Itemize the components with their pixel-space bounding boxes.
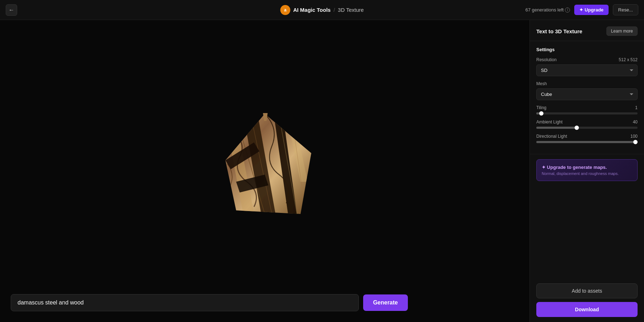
3d-object-svg <box>208 110 322 232</box>
learn-more-button[interactable]: Learn more <box>606 26 638 36</box>
panel-actions: Add to assets Download <box>530 278 644 322</box>
ambient-label-row: Ambient Light 40 <box>536 119 638 125</box>
page-name: 3D Texture <box>338 7 364 13</box>
ambient-slider[interactable] <box>536 127 638 129</box>
3d-object-viewport[interactable] <box>208 110 322 232</box>
resolution-row: Resolution 512 x 512 SD <box>536 57 638 76</box>
mesh-label-row: Mesh <box>536 81 638 86</box>
back-button[interactable]: ← <box>6 4 17 16</box>
tiling-slider-fill <box>536 112 539 114</box>
directional-label-row: Directional Light 100 <box>536 134 638 139</box>
tiling-slider[interactable] <box>536 112 638 114</box>
generate-button[interactable]: Generate <box>363 294 408 311</box>
tiling-label: Tiling <box>536 105 546 110</box>
reset-button[interactable]: Rese... <box>613 4 638 15</box>
directional-slider[interactable] <box>536 141 638 143</box>
directional-slider-thumb[interactable] <box>633 140 638 144</box>
upgrade-maps-banner[interactable]: ✦ Upgrade to generate maps. Normal, disp… <box>536 159 638 181</box>
topbar-right: 67 generations left i ✦ Upgrade Rese... <box>526 4 639 15</box>
topbar: ← a AI Magic Tools / 3D Texture 67 gener… <box>0 0 644 20</box>
settings-title: Settings <box>536 47 638 52</box>
settings-section: Settings Resolution 512 x 512 SD Mesh Cu… <box>530 41 644 154</box>
canvas-area: Generate <box>0 20 530 322</box>
ambient-value: 40 <box>633 119 638 125</box>
add-to-assets-button[interactable]: Add to assets <box>536 283 638 298</box>
resolution-label: Resolution <box>536 57 557 62</box>
tiling-row: Tiling 1 <box>536 105 638 114</box>
right-panel: Text to 3D Texture Learn more Settings R… <box>530 20 644 322</box>
back-icon: ← <box>9 7 14 13</box>
panel-header: Text to 3D Texture Learn more <box>530 20 644 41</box>
ambient-label: Ambient Light <box>536 119 562 125</box>
directional-label: Directional Light <box>536 134 567 139</box>
resolution-select[interactable]: SD <box>536 64 638 76</box>
app-name: AI Magic Tools <box>293 7 331 13</box>
app-avatar: a <box>280 5 290 15</box>
main-layout: Generate Text to 3D Texture Learn more S… <box>0 20 644 322</box>
resolution-label-row: Resolution 512 x 512 <box>536 57 638 62</box>
upgrade-banner-desc: Normal, displacement and roughness maps. <box>542 171 632 176</box>
download-button[interactable]: Download <box>536 302 638 317</box>
mesh-row: Mesh Cube <box>536 81 638 100</box>
directional-row: Directional Light 100 <box>536 134 638 143</box>
ambient-slider-fill <box>536 127 577 129</box>
resolution-value: 512 x 512 <box>619 57 638 62</box>
tiling-label-row: Tiling 1 <box>536 105 638 110</box>
ambient-slider-thumb[interactable] <box>575 126 579 130</box>
info-icon[interactable]: i <box>565 8 570 13</box>
tiling-slider-thumb[interactable] <box>539 111 543 116</box>
topbar-center: a AI Magic Tools / 3D Texture <box>280 5 364 15</box>
ambient-row: Ambient Light 40 <box>536 119 638 129</box>
directional-slider-fill <box>536 141 638 143</box>
mesh-label: Mesh <box>536 81 547 86</box>
breadcrumb-separator: / <box>333 7 335 13</box>
upgrade-banner-title: ✦ Upgrade to generate maps. <box>542 165 632 170</box>
tiling-value: 1 <box>635 105 638 110</box>
prompt-input[interactable] <box>11 294 359 311</box>
panel-title: Text to 3D Texture <box>536 28 582 34</box>
mesh-select[interactable]: Cube <box>536 88 638 100</box>
upgrade-button[interactable]: ✦ Upgrade <box>574 5 608 15</box>
directional-value: 100 <box>630 134 638 139</box>
generations-left: 67 generations left i <box>526 7 570 13</box>
prompt-area: Generate <box>11 294 408 311</box>
